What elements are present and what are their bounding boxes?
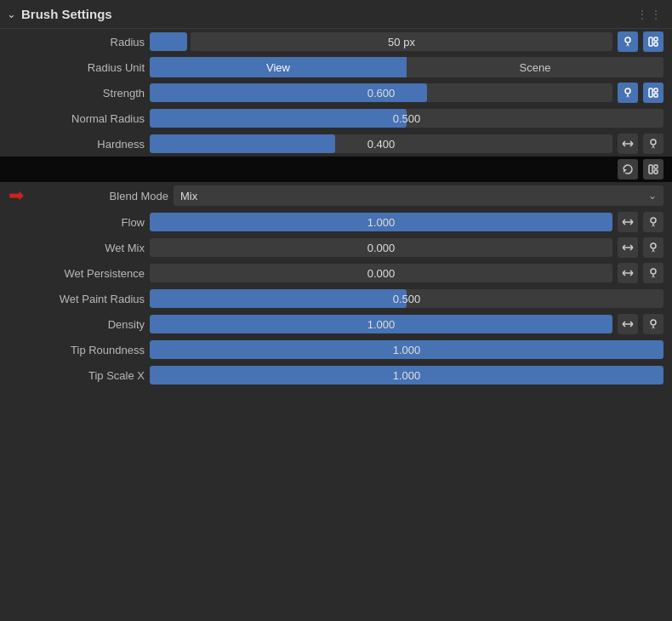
svg-rect-9 bbox=[649, 165, 652, 174]
svg-point-0 bbox=[625, 37, 630, 43]
svg-point-15 bbox=[651, 320, 656, 325]
svg-rect-7 bbox=[654, 94, 658, 97]
svg-rect-11 bbox=[654, 170, 658, 174]
radius-row: Radius 50 px bbox=[0, 29, 672, 54]
normal-radius-value: 0.500 bbox=[150, 112, 663, 125]
hardness-slider[interactable]: 0.400 bbox=[150, 134, 612, 153]
strength-row: Strength 0.600 bbox=[0, 80, 672, 105]
tip-scale-x-row: Tip Scale X 1.000 bbox=[0, 362, 672, 388]
tip-scale-x-value: 1.000 bbox=[150, 369, 663, 382]
wet-paint-radius-slider[interactable]: 0.500 bbox=[150, 289, 663, 308]
hardness-arrows-button[interactable] bbox=[618, 134, 638, 154]
hardness-pen-button[interactable] bbox=[643, 134, 663, 154]
density-arrows-button[interactable] bbox=[618, 314, 638, 334]
tip-roundness-row: Tip Roundness 1.000 bbox=[0, 337, 672, 362]
pen-icon bbox=[647, 138, 659, 150]
svg-rect-10 bbox=[654, 165, 658, 168]
flow-pen-button[interactable] bbox=[643, 212, 663, 232]
wet-persistence-arrows-button[interactable] bbox=[618, 263, 638, 283]
blend-mode-label: Blend Mode bbox=[32, 190, 168, 202]
hardness-row: Hardness 0.400 bbox=[0, 131, 672, 157]
tip-roundness-value: 1.000 bbox=[150, 344, 663, 356]
arrows-icon bbox=[622, 218, 634, 226]
pen-icon bbox=[622, 87, 634, 99]
normal-radius-row: Normal Radius 0.500 bbox=[0, 105, 672, 131]
radius-slider[interactable]: 50 px bbox=[191, 32, 612, 51]
svg-rect-5 bbox=[649, 88, 652, 97]
radius-slider-container: 50 px bbox=[150, 32, 612, 51]
dark-slider-area[interactable] bbox=[9, 160, 612, 179]
collapse-icon[interactable]: ⌄ bbox=[7, 8, 16, 20]
dark-refresh-button[interactable] bbox=[618, 159, 638, 179]
strength-pen-button[interactable] bbox=[618, 83, 638, 103]
panel-title: Brush Settings bbox=[21, 7, 112, 21]
radius-label: Radius bbox=[9, 36, 145, 48]
wet-persistence-row: Wet Persistence 0.000 bbox=[0, 260, 672, 286]
wet-persistence-pen-button[interactable] bbox=[643, 263, 663, 283]
tip-scale-x-slider[interactable]: 1.000 bbox=[150, 366, 663, 385]
pen-icon bbox=[647, 216, 659, 228]
tool-icon bbox=[647, 87, 659, 99]
flow-value: 1.000 bbox=[150, 216, 612, 229]
tip-roundness-slider[interactable]: 1.000 bbox=[150, 340, 663, 359]
radius-pen-button[interactable] bbox=[618, 31, 638, 52]
wet-mix-slider[interactable]: 0.000 bbox=[150, 238, 612, 257]
svg-rect-6 bbox=[654, 88, 658, 92]
svg-point-8 bbox=[651, 140, 656, 145]
wet-mix-pen-button[interactable] bbox=[643, 237, 663, 258]
wet-paint-radius-value: 0.500 bbox=[150, 293, 663, 305]
panel-header: ⌄ Brush Settings ⋮⋮ bbox=[0, 0, 672, 29]
tip-scale-x-label: Tip Scale X bbox=[9, 369, 145, 382]
wet-paint-radius-label: Wet Paint Radius bbox=[9, 293, 145, 305]
svg-point-4 bbox=[625, 88, 630, 94]
wet-paint-radius-row: Wet Paint Radius 0.500 bbox=[0, 286, 672, 311]
radius-value: 50 px bbox=[191, 36, 612, 48]
density-value: 1.000 bbox=[150, 318, 612, 331]
panel-header-left: ⌄ Brush Settings bbox=[7, 7, 112, 21]
density-slider[interactable]: 1.000 bbox=[150, 315, 612, 333]
density-row: Density 1.000 bbox=[0, 311, 672, 337]
normal-radius-label: Normal Radius bbox=[9, 112, 145, 125]
density-label: Density bbox=[9, 318, 145, 331]
hardness-label: Hardness bbox=[9, 138, 145, 151]
strength-slider[interactable]: 0.600 bbox=[150, 83, 612, 102]
tool-icon bbox=[647, 36, 659, 48]
pen-icon bbox=[647, 242, 659, 254]
flow-arrows-button[interactable] bbox=[618, 212, 638, 232]
strength-tool-button[interactable] bbox=[643, 83, 663, 103]
flow-row: Flow 1.000 bbox=[0, 209, 672, 235]
radius-tool-button[interactable] bbox=[643, 31, 663, 52]
flow-slider[interactable]: 1.000 bbox=[150, 213, 612, 231]
svg-rect-3 bbox=[654, 43, 658, 46]
strength-value: 0.600 bbox=[150, 87, 612, 100]
blend-mode-dropdown[interactable]: Mix ⌄ bbox=[174, 185, 663, 206]
dark-tool-button[interactable] bbox=[643, 159, 663, 179]
wet-persistence-value: 0.000 bbox=[150, 267, 612, 280]
arrows-icon bbox=[622, 140, 634, 148]
arrows-icon bbox=[622, 243, 634, 252]
cursor-arrow-indicator: ➡ bbox=[9, 185, 24, 207]
pen-icon bbox=[647, 318, 659, 330]
radius-unit-scene-button[interactable]: Scene bbox=[407, 57, 663, 77]
svg-point-12 bbox=[651, 218, 656, 223]
svg-rect-2 bbox=[654, 37, 658, 41]
radius-unit-label: Radius Unit bbox=[9, 61, 145, 74]
dropdown-chevron-icon: ⌄ bbox=[648, 190, 657, 202]
wet-persistence-label: Wet Persistence bbox=[9, 267, 145, 280]
density-pen-button[interactable] bbox=[643, 314, 663, 334]
radius-color-swatch[interactable] bbox=[150, 32, 187, 51]
radius-unit-view-button[interactable]: View bbox=[150, 57, 407, 77]
svg-point-14 bbox=[651, 269, 656, 274]
dark-row bbox=[0, 157, 672, 182]
arrows-icon bbox=[622, 269, 634, 277]
wet-mix-label: Wet Mix bbox=[9, 242, 145, 254]
tip-roundness-label: Tip Roundness bbox=[9, 344, 145, 356]
hardness-value: 0.400 bbox=[150, 138, 612, 151]
drag-dots-icon: ⋮⋮ bbox=[636, 8, 663, 21]
normal-radius-slider[interactable]: 0.500 bbox=[150, 109, 663, 128]
flow-label: Flow bbox=[9, 216, 145, 229]
wet-mix-arrows-button[interactable] bbox=[618, 237, 638, 258]
pen-icon bbox=[647, 267, 659, 279]
wet-persistence-slider[interactable]: 0.000 bbox=[150, 264, 612, 282]
svg-point-13 bbox=[651, 243, 656, 248]
